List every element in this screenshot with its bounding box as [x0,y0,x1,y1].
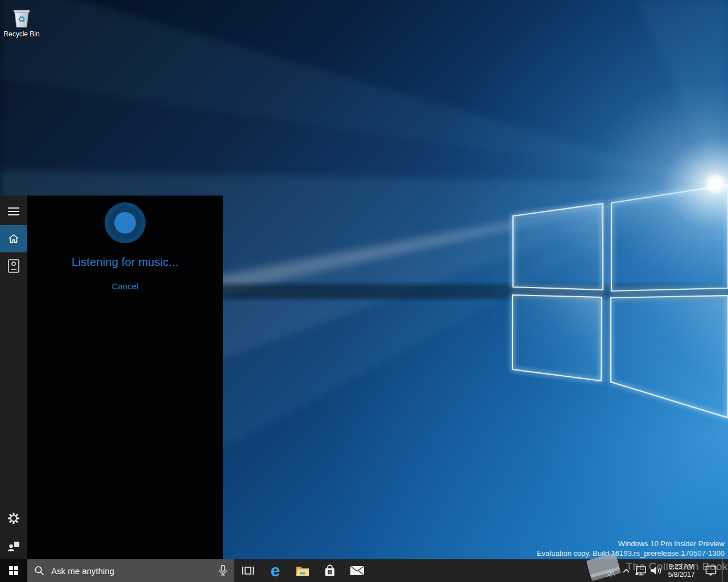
store-button[interactable] [316,559,344,582]
settings-gear-icon [7,512,20,525]
edge-browser-button[interactable]: e [262,559,289,582]
search-input[interactable] [50,566,217,576]
recycle-bin-icon: ♻ [9,5,34,30]
task-view-icon [241,564,255,577]
cortana-rail [0,196,27,559]
clock-time: 9:23 AM [669,563,694,571]
start-button[interactable] [0,559,27,582]
cortana-rail-spacer [0,280,27,505]
store-icon [323,564,337,577]
cortana-listening-dot [114,212,136,234]
taskbar: e [0,559,728,582]
home-icon [7,232,20,246]
network-button[interactable] [634,559,648,582]
cortana-listening-indicator[interactable] [105,202,146,243]
cortana-home-button[interactable] [0,225,27,252]
cortana-notebook-button[interactable] [0,252,27,280]
mail-icon [349,564,365,577]
cortana-listening-pane: Listening for music... Cancel [27,196,223,559]
volume-button[interactable] [648,559,663,582]
search-icon [34,566,44,576]
show-desktop-button[interactable] [722,559,728,582]
cortana-settings-button[interactable] [0,505,27,532]
notebook-icon [7,259,20,273]
volume-icon [650,565,662,576]
file-explorer-button[interactable] [289,559,316,582]
cancel-button[interactable]: Cancel [112,281,139,291]
clock-date: 5/8/2017 [668,571,695,579]
system-tray: 9:23 AM 5/8/2017 [619,559,728,582]
svg-text:♻: ♻ [18,14,25,24]
clock-tray-button[interactable]: 9:23 AM 5/8/2017 [663,559,700,582]
edge-icon: e [271,562,280,579]
chevron-up-icon [622,568,630,573]
hamburger-menu-button[interactable] [0,198,27,225]
action-center-button[interactable] [700,559,722,582]
microphone-icon[interactable] [217,564,229,577]
network-icon [635,565,647,576]
cortana-search-box[interactable] [27,559,234,582]
file-explorer-icon [295,564,310,577]
windows-logo-icon [9,566,19,576]
action-center-icon [705,564,717,577]
mail-button[interactable] [344,559,371,582]
task-view-button[interactable] [234,559,262,582]
listening-status-text: Listening for music... [72,256,179,269]
windows-desktop: ♻ Recycle Bin Windows 10 Pro Insider Pre… [0,0,728,582]
cortana-panel: Listening for music... Cancel [0,196,223,559]
hidden-icons-button[interactable] [619,559,634,582]
cortana-feedback-button[interactable] [0,532,27,559]
recycle-bin-label: Recycle Bin [0,31,43,38]
send-feedback-icon [7,539,20,552]
recycle-bin-desktop-icon[interactable]: ♻ Recycle Bin [0,5,43,38]
hamburger-icon [7,207,20,216]
